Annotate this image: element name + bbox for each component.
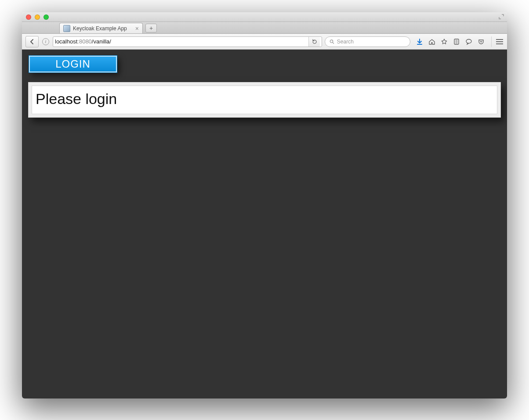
login-button[interactable]: LOGIN [29,56,117,72]
close-window-button[interactable] [26,14,31,20]
nav-toolbar: i localhost:8080/vanilla/ [22,34,507,50]
search-input[interactable] [337,39,406,45]
search-icon [330,39,334,44]
back-button[interactable] [25,36,39,47]
content-inner: Please login [32,86,497,114]
browser-tab[interactable]: Keycloak Example App × [59,23,143,33]
chat-icon[interactable] [465,38,473,46]
toolbar-icons [413,38,487,46]
browser-window: Keycloak Example App × + i localhost:808… [22,12,507,398]
svg-point-6 [466,39,471,43]
search-bar[interactable] [325,36,410,47]
svg-point-0 [330,39,333,42]
url-host: localhost [55,38,77,45]
url-path: /vanilla/ [92,38,111,45]
downloads-icon[interactable] [416,38,424,46]
minimize-window-button[interactable] [35,14,40,20]
menu-button[interactable] [491,36,504,47]
tab-strip: Keycloak Example App × + [22,22,507,34]
new-tab-button[interactable]: + [145,24,157,32]
favicon-icon [63,25,70,32]
url-port: :8080 [77,38,92,45]
reload-button[interactable] [308,37,320,47]
maximize-window-button[interactable] [43,14,49,20]
close-tab-icon[interactable]: × [135,25,139,32]
home-icon[interactable] [428,38,436,46]
url-bar[interactable]: localhost:8080/vanilla/ [53,36,322,47]
bookmark-star-icon[interactable] [440,38,448,46]
login-button-label: LOGIN [55,58,91,70]
content-panel: Please login [28,82,501,118]
titlebar [22,12,507,22]
svg-line-1 [333,42,334,43]
pocket-icon[interactable] [477,38,485,46]
reading-list-icon[interactable] [453,38,460,46]
tab-title: Keycloak Example App [73,25,127,32]
fullscreen-icon[interactable] [498,14,504,20]
site-info-icon[interactable]: i [42,38,49,45]
page-heading: Please login [36,90,493,108]
window-controls [22,14,49,20]
page-viewport: LOGIN Please login [22,50,507,398]
